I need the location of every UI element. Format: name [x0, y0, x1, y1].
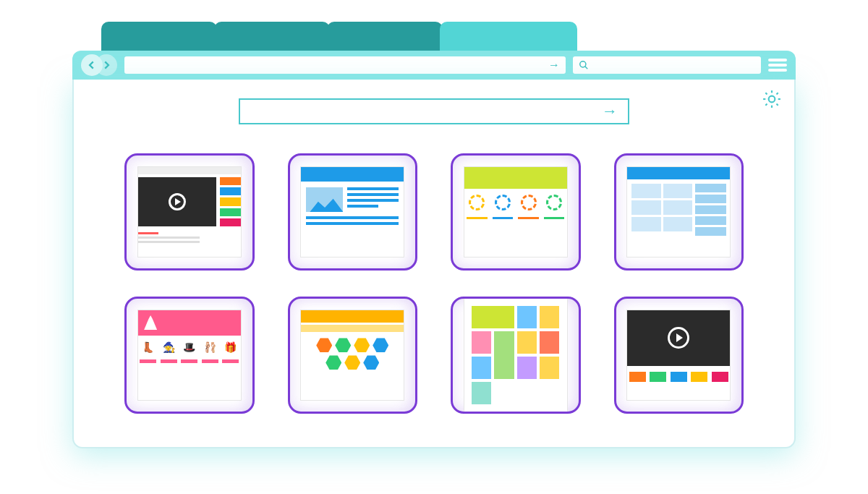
thumb-ecommerce: 👢 🧙 🎩 🩰 🎁: [138, 310, 241, 401]
product-icon: 🧙: [163, 341, 175, 353]
svg-line-1: [585, 67, 588, 69]
hexagon-icon: [326, 355, 341, 370]
page-search-box[interactable]: →: [239, 98, 629, 124]
browser-window: →: [72, 22, 796, 448]
video-preview: [627, 310, 730, 366]
browser-tab-2[interactable]: [214, 22, 330, 51]
image-placeholder-icon: [306, 187, 343, 212]
tab-strip: [72, 22, 796, 51]
svg-point-2: [769, 96, 775, 103]
product-icon: 🩰: [204, 341, 216, 353]
badge-icon: [495, 195, 511, 210]
badge-icon: [521, 195, 537, 210]
chevron-left-icon: [87, 60, 97, 70]
svg-line-9: [765, 104, 767, 106]
thumb-dashboard: [627, 167, 730, 257]
browser-toolbar: →: [72, 51, 796, 80]
product-icon: 👢: [142, 341, 154, 353]
product-icon: 🎩: [183, 341, 195, 353]
address-bar[interactable]: →: [124, 56, 566, 74]
browser-tab-3[interactable]: [327, 22, 443, 51]
tile-blog[interactable]: [288, 153, 418, 271]
tile-dashboard[interactable]: [614, 153, 744, 271]
tile-badges[interactable]: [451, 153, 581, 271]
page-search-go-icon[interactable]: →: [602, 102, 618, 121]
gear-icon: [762, 90, 781, 108]
thumb-gallery: [464, 299, 567, 412]
badge-icon: [469, 195, 485, 210]
tile-hex-badges[interactable]: [288, 297, 418, 414]
dress-icon: [144, 315, 157, 330]
play-icon: [169, 193, 186, 210]
tile-video-player[interactable]: [614, 297, 744, 414]
browser-tab-4-active[interactable]: [440, 22, 577, 51]
hamburger-icon: [768, 59, 787, 61]
go-arrow-icon[interactable]: →: [548, 59, 560, 72]
thumb-blog: [301, 167, 404, 257]
video-player-preview: [138, 177, 216, 227]
hexagon-icon: [363, 355, 379, 370]
browser-tab-1[interactable]: [101, 22, 217, 51]
tile-video-site[interactable]: [124, 153, 255, 271]
play-icon: [668, 327, 689, 349]
hexagon-icon: [373, 338, 388, 352]
hexagon-icon: [335, 338, 351, 352]
toolbar-search-box[interactable]: [573, 56, 761, 74]
thumb-video-site: [138, 167, 241, 257]
thumb-video-player: [627, 310, 730, 401]
product-icon: 🎁: [224, 341, 237, 353]
badge-icon: [546, 195, 562, 210]
hexagon-icon: [354, 338, 370, 352]
svg-line-7: [765, 93, 767, 94]
search-icon: [579, 60, 589, 70]
tile-gallery[interactable]: [451, 297, 581, 414]
svg-line-10: [777, 93, 778, 94]
settings-button[interactable]: [762, 90, 781, 108]
menu-button[interactable]: [768, 57, 787, 73]
svg-line-8: [777, 104, 778, 106]
speed-dial-grid: 👢 🧙 🎩 🩰 🎁: [74, 153, 794, 414]
hexagon-icon: [316, 338, 332, 352]
nav-buttons: [81, 54, 117, 76]
svg-point-0: [580, 61, 586, 67]
chevron-right-icon: [101, 60, 111, 70]
back-button[interactable]: [81, 54, 103, 76]
thumb-badges: [464, 167, 567, 257]
page-content: →: [72, 80, 796, 448]
thumb-hex-badges: [301, 310, 404, 401]
hexagon-icon: [344, 355, 360, 370]
tile-ecommerce[interactable]: 👢 🧙 🎩 🩰 🎁: [124, 297, 255, 414]
